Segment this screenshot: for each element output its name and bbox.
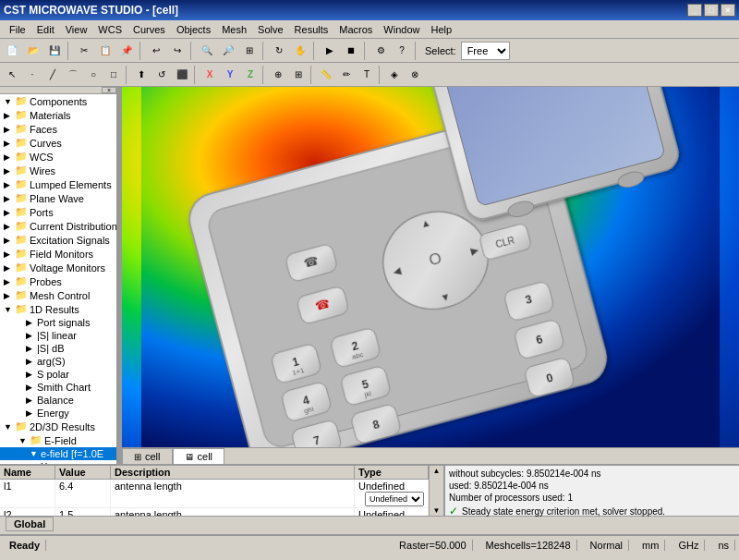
tree-item-fieldmonitors[interactable]: ▶ 📁 Field Monitors	[0, 247, 116, 261]
zoom-in-button[interactable]: 🔍	[197, 41, 217, 61]
tree-label: arg(S)	[37, 356, 66, 367]
tree-item-currents[interactable]: ▶ 📁 Current Distributions	[0, 219, 116, 233]
tree-item-mesh[interactable]: ▶ 📁 Mesh Control	[0, 288, 116, 302]
tree-item-smith[interactable]: ▶ Smith Chart	[0, 381, 116, 394]
scroll-up-btn[interactable]: ▲	[432, 466, 442, 476]
param-scrollbar[interactable]: ▲ ▼	[429, 466, 443, 516]
tree-item-planewave[interactable]: ▶ 📁 Plane Wave	[0, 191, 116, 205]
menu-edit[interactable]: Edit	[31, 22, 60, 37]
copy-button[interactable]: 📋	[95, 41, 115, 61]
sep-t1	[126, 66, 129, 84]
fit-button[interactable]: ⊞	[239, 41, 260, 61]
line-tool[interactable]: ╱	[42, 65, 63, 85]
param-value-l1[interactable]: 6.4	[55, 480, 111, 507]
tab-cell-grid[interactable]: ⊞ cell	[122, 448, 173, 464]
tree-item-voltage[interactable]: ▶ 📁 Voltage Monitors	[0, 261, 116, 274]
rect-tool[interactable]: □	[103, 65, 124, 85]
run-button[interactable]: ▶	[320, 41, 340, 61]
y-axis[interactable]: Y	[220, 65, 240, 85]
param-row-l2[interactable]: l2 1.5 antenna length Undefined Undefine…	[0, 508, 429, 516]
tree-item-slinear[interactable]: ▶ |S| linear	[0, 329, 116, 342]
x-axis[interactable]: X	[200, 65, 220, 85]
stop-button[interactable]: ⏹	[341, 41, 361, 61]
rotate-button[interactable]: ↻	[269, 41, 289, 61]
tree-item-2d3dresults[interactable]: ▼ 📁 2D/3D Results	[0, 420, 116, 433]
loft-tool[interactable]: ⬛	[172, 65, 192, 85]
tab-cell-3d[interactable]: 🖥 cell	[173, 448, 225, 464]
measure-tool[interactable]: 📏	[316, 65, 336, 85]
tree-item-components[interactable]: ▼ 📁 Components	[0, 94, 116, 108]
tree-item-curves[interactable]: ▶ 📁 Curves	[0, 136, 116, 150]
tree-item-1dresults[interactable]: ▼ 📁 1D Results	[0, 302, 116, 316]
pan-button[interactable]: ✋	[290, 41, 310, 61]
tree-item-probes[interactable]: ▶ 📁 Probes	[0, 274, 116, 288]
port-assign[interactable]: ⊗	[405, 65, 425, 85]
menu-file[interactable]: File	[4, 22, 31, 37]
menu-wcs[interactable]: WCS	[92, 22, 127, 37]
tree-item-wcs[interactable]: ▶ 📁 WCS	[0, 150, 116, 164]
material-assign[interactable]: ◈	[384, 65, 405, 85]
arc-tool[interactable]: ⌒	[63, 65, 83, 85]
settings-button[interactable]: ⚙	[370, 41, 391, 61]
tree-item-materials[interactable]: ▶ 📁 Materials	[0, 108, 116, 122]
extrude-tool[interactable]: ⬆	[131, 65, 151, 85]
cut-button[interactable]: ✂	[74, 41, 94, 61]
snap-button[interactable]: ⊕	[268, 65, 288, 85]
menu-view[interactable]: View	[60, 22, 93, 37]
col-name: Name	[0, 466, 55, 479]
save-button[interactable]: 💾	[44, 41, 65, 61]
type-text-l2: Undefined	[358, 509, 405, 516]
tree-item-balance[interactable]: ▶ Balance	[0, 394, 116, 407]
revolve-tool[interactable]: ↺	[151, 65, 172, 85]
paste-button[interactable]: 📌	[116, 41, 137, 61]
undo-button[interactable]: ↩	[146, 41, 166, 61]
tree-item-portsignals[interactable]: ▶ Port signals	[0, 316, 116, 329]
tree-item-wires[interactable]: ▶ 📁 Wires	[0, 164, 116, 177]
help-button[interactable]: ?	[392, 41, 412, 61]
select-tool[interactable]: ↖	[2, 65, 22, 85]
menu-solve[interactable]: Solve	[252, 22, 289, 37]
open-button[interactable]: 📂	[23, 41, 43, 61]
point-tool[interactable]: ·	[22, 65, 42, 85]
menu-curves[interactable]: Curves	[127, 22, 171, 37]
tree-item-spolar[interactable]: ▶ S polar	[0, 368, 116, 381]
zoom-out-button[interactable]: 🔎	[218, 41, 238, 61]
scroll-down-btn[interactable]: ▼	[432, 505, 442, 516]
tree-item-energy[interactable]: ▶ Energy	[0, 407, 116, 420]
global-tab-label[interactable]: Global	[6, 517, 54, 531]
menu-window[interactable]: Window	[378, 22, 425, 37]
sep5	[313, 42, 317, 60]
tree-item-efield-instance[interactable]: ▼ e-field [f=1.0E	[0, 447, 116, 460]
tree-item-lumped[interactable]: ▶ 📁 Lumped Elements	[0, 177, 116, 191]
expand-icon: ▶	[4, 194, 13, 203]
grid-button[interactable]: ⊞	[288, 65, 309, 85]
maximize-button[interactable]: □	[704, 4, 719, 17]
minimize-button[interactable]: _	[687, 4, 702, 17]
tree-item-args[interactable]: ▶ arg(S)	[0, 355, 116, 368]
menu-help[interactable]: Help	[425, 22, 457, 37]
tree-item-ports[interactable]: ▶ 📁 Ports	[0, 205, 116, 219]
menu-results[interactable]: Results	[289, 22, 334, 37]
tree-item-efield[interactable]: ▼ 📁 E-Field	[0, 433, 116, 447]
select-mode-dropdown[interactable]: Free Fixed	[461, 42, 510, 60]
redo-button[interactable]: ↪	[167, 41, 188, 61]
expand-icon: ▶	[26, 344, 35, 353]
menu-macros[interactable]: Macros	[333, 22, 378, 37]
viewport-3d[interactable]: O ▲ ▼ ◀ ▶ CLR ☎ ☎ 1 1+1	[122, 87, 739, 464]
menu-mesh[interactable]: Mesh	[216, 22, 252, 37]
panel-close-btn[interactable]: ×	[102, 87, 116, 93]
param-value-l2[interactable]: 1.5	[55, 508, 111, 516]
close-button[interactable]: ×	[721, 4, 735, 17]
tree-item-faces[interactable]: ▶ 📁 Faces	[0, 122, 116, 136]
z-axis[interactable]: Z	[240, 65, 260, 85]
circle-tool[interactable]: ○	[83, 65, 103, 85]
annotation-tool[interactable]: ✏	[336, 65, 357, 85]
menu-objects[interactable]: Objects	[171, 22, 216, 37]
tree-item-sdb[interactable]: ▶ |S| dB	[0, 342, 116, 355]
tree-item-excitation[interactable]: ▶ 📁 Excitation Signals	[0, 233, 116, 247]
type-select-l1[interactable]: Undefined Length	[365, 492, 424, 506]
new-button[interactable]: 📄	[2, 41, 22, 61]
param-row-l1[interactable]: l1 6.4 antenna length Undefined Undefine…	[0, 480, 429, 508]
label-tool[interactable]: T	[357, 65, 377, 85]
tree-item-x[interactable]: X	[0, 460, 116, 464]
